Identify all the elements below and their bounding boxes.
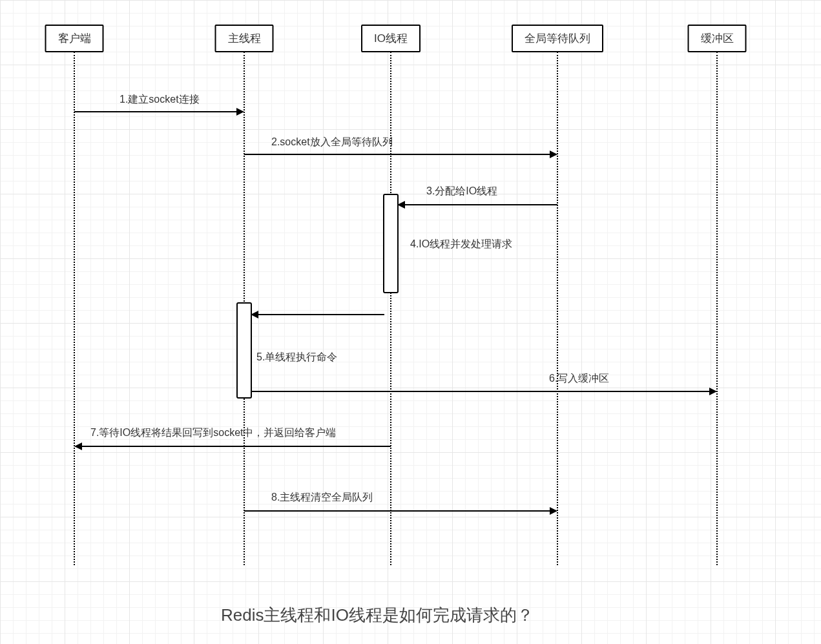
- participant-buffer: 缓冲区: [688, 25, 747, 52]
- msg-3-arrowhead: [397, 201, 405, 209]
- activation-io-thread: [383, 194, 399, 293]
- msg-1-arrowhead: [236, 108, 244, 116]
- msg-7-label: 7.等待IO线程将结果回写到socket中，并返回给客户端: [90, 426, 336, 440]
- msg-1-arrow: [74, 111, 236, 112]
- msg-8-label: 8.主线程清空全局队列: [271, 491, 373, 504]
- participant-main-thread: 主线程: [215, 25, 274, 52]
- msg-1-label: 1.建立socket连接: [120, 93, 200, 107]
- msg-6-arrowhead: [709, 388, 717, 395]
- lifeline-io-thread: [390, 52, 391, 565]
- msg-2-label: 2.socket放入全局等待队列: [271, 136, 393, 149]
- msg-8-arrow: [244, 510, 550, 512]
- lifeline-buffer: [716, 52, 718, 565]
- participant-io-thread: IO线程: [361, 25, 421, 52]
- msg-8-arrowhead: [550, 507, 557, 515]
- msg-6-arrow: [251, 391, 709, 392]
- msg-2-arrow: [244, 154, 550, 155]
- lifeline-global-queue: [557, 52, 558, 565]
- diagram-caption: Redis主线程和IO线程是如何完成请求的？: [221, 604, 534, 627]
- msg-io-to-main-arrowhead: [251, 311, 258, 318]
- participant-client: 客户端: [45, 25, 104, 52]
- msg-3-label: 3.分配给IO线程: [426, 185, 497, 198]
- participant-global-queue: 全局等待队列: [512, 25, 603, 52]
- msg-7-arrow: [82, 446, 391, 447]
- msg-7-arrowhead: [74, 442, 82, 450]
- msg-2-arrowhead: [550, 151, 557, 158]
- lifeline-client: [74, 52, 75, 565]
- msg-6-label: 6.写入缓冲区: [549, 372, 609, 386]
- msg-4-label: 4.IO线程并发处理请求: [410, 238, 512, 251]
- activation-main-thread: [236, 302, 252, 399]
- msg-5-label: 5.单线程执行命令: [256, 351, 337, 364]
- msg-3-arrow: [405, 204, 557, 205]
- msg-io-to-main-arrow: [258, 314, 384, 315]
